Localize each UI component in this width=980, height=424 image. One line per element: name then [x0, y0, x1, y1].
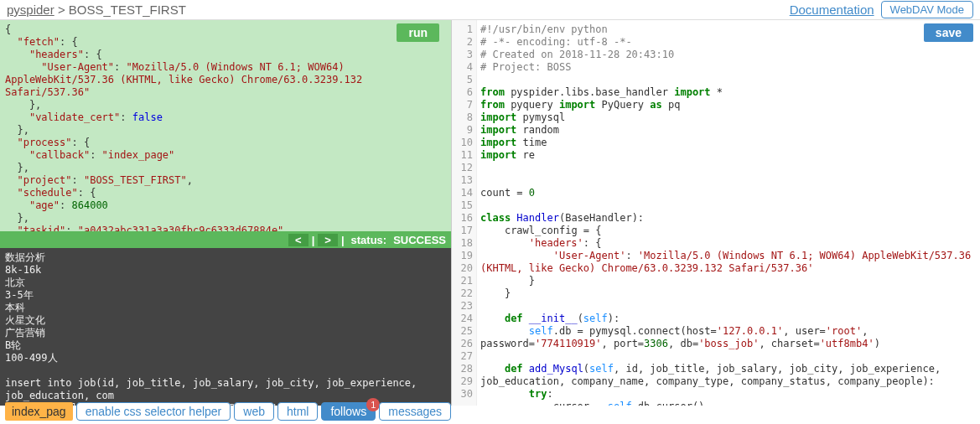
history-nav: < | > | status: SUCCESS [0, 231, 451, 248]
line-number-gutter: 1234567891011121314151617181920212223242… [452, 20, 477, 406]
prev-button[interactable]: < [288, 234, 309, 246]
main: run { "fetch": { "headers": { "User-Agen… [0, 20, 980, 406]
html-tab[interactable]: html [277, 402, 318, 421]
top-right: Documentation WebDAV Mode [790, 1, 973, 18]
response-panel[interactable]: 数据分析 8k-16k 北京 3-5年 本科 火星文化 广告营销 B轮 100-… [0, 248, 451, 406]
messages-tab[interactable]: messages [379, 402, 451, 421]
left-column: run { "fetch": { "headers": { "User-Agen… [0, 20, 452, 406]
top-bar: pyspider > BOSS_TEST_FIRST Documentation… [0, 0, 980, 20]
home-link[interactable]: pyspider [7, 3, 54, 17]
right-column: save 12345678910111213141516171819202122… [452, 20, 980, 406]
breadcrumb: pyspider > BOSS_TEST_FIRST [7, 3, 186, 17]
nav-sep: | [312, 234, 315, 246]
status-label: status: [351, 234, 387, 246]
next-button[interactable]: > [318, 234, 338, 246]
nav-sep2: | [341, 234, 345, 246]
request-json: { "fetch": { "headers": { "User-Agent": … [5, 23, 446, 231]
status-value: SUCCESS [393, 234, 446, 246]
follows-tab[interactable]: follows 1 [321, 402, 376, 421]
code-editor[interactable]: #!/usr/bin/env python# -*- encoding: utf… [477, 20, 980, 406]
request-panel[interactable]: run { "fetch": { "headers": { "User-Agen… [0, 20, 451, 231]
follows-badge: 1 [366, 398, 380, 411]
project-name: BOSS_TEST_FIRST [69, 3, 186, 17]
webdav-mode-button[interactable]: WebDAV Mode [881, 1, 973, 18]
index-page-tab[interactable]: index_pag [5, 402, 73, 421]
save-button[interactable]: save [924, 23, 973, 42]
documentation-link[interactable]: Documentation [790, 3, 874, 17]
follows-label: follows [330, 405, 366, 418]
bottom-toolbar: index_pag enable css selector helper web… [5, 402, 451, 421]
web-tab[interactable]: web [234, 402, 274, 421]
run-button[interactable]: run [397, 23, 439, 42]
css-helper-button[interactable]: enable css selector helper [76, 402, 231, 421]
breadcrumb-sep: > [58, 3, 65, 17]
